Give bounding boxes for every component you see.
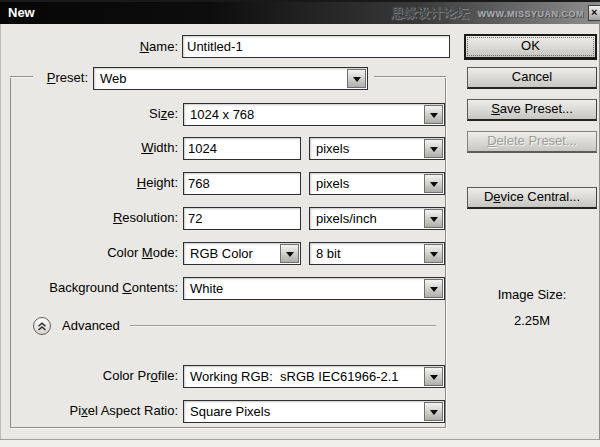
pixel-aspect-ratio-value: Square Pixels — [190, 401, 270, 422]
preset-value: Web — [100, 68, 127, 89]
watermark-chinese-text: 思缘设计论坛 — [391, 5, 469, 20]
pixel-aspect-ratio-dropdown[interactable]: Square Pixels — [183, 400, 445, 423]
close-icon[interactable]: × — [588, 5, 600, 21]
pixel-aspect-ratio-label: Pixel Aspect Ratio: — [0, 400, 178, 422]
bit-depth-value: 8 bit — [316, 243, 341, 264]
chevron-down-icon[interactable] — [424, 367, 443, 386]
advanced-label: Advanced — [62, 315, 120, 337]
background-contents-dropdown[interactable]: White — [183, 277, 445, 300]
watermark-url-text: WWW.MISSYUAN.COM — [478, 9, 585, 19]
color-mode-label: Color Mode: — [0, 242, 178, 264]
width-unit-value: pixels — [316, 138, 349, 159]
size-value: 1024 x 768 — [190, 104, 254, 125]
resolution-input[interactable] — [183, 207, 301, 230]
chevron-down-icon[interactable] — [424, 244, 443, 263]
chevron-down-icon[interactable] — [424, 209, 443, 228]
preset-label: Preset: — [0, 67, 88, 89]
double-chevron-up-icon — [34, 318, 50, 334]
cancel-button[interactable]: Cancel — [467, 67, 597, 89]
color-profile-dropdown[interactable]: Working RGB: sRGB IEC61966-2.1 — [183, 365, 445, 388]
bit-depth-dropdown[interactable]: 8 bit — [309, 242, 445, 265]
save-preset-button[interactable]: Save Preset... — [467, 99, 597, 121]
titlebar: New 思缘设计论坛 WWW.MISSYUAN.COM × — [0, 0, 600, 24]
image-size-value: 2.25M — [467, 311, 597, 331]
height-unit-value: pixels — [316, 173, 349, 194]
width-unit-dropdown[interactable]: pixels — [309, 137, 445, 160]
width-input[interactable] — [183, 137, 301, 160]
chevron-down-icon[interactable] — [347, 69, 366, 88]
advanced-divider — [130, 325, 436, 326]
new-document-dialog: New 思缘设计论坛 WWW.MISSYUAN.COM × Name: Pres… — [0, 0, 600, 447]
window-bottom-edge — [0, 439, 600, 447]
height-unit-dropdown[interactable]: pixels — [309, 172, 445, 195]
color-profile-value: Working RGB: sRGB IEC61966-2.1 — [190, 366, 399, 387]
dialog-title: New — [8, 2, 35, 24]
chevron-down-icon[interactable] — [424, 174, 443, 193]
chevron-down-icon[interactable] — [424, 139, 443, 158]
preset-dropdown[interactable]: Web — [93, 67, 368, 90]
name-input[interactable] — [182, 35, 450, 58]
resolution-unit-value: pixels/inch — [316, 208, 377, 229]
resolution-label: Resolution: — [0, 207, 178, 229]
color-mode-dropdown[interactable]: RGB Color — [183, 242, 301, 265]
chevron-down-icon[interactable] — [424, 105, 443, 124]
height-label: Height: — [0, 172, 178, 194]
ok-button[interactable]: OK — [464, 34, 597, 60]
groupbox-top-right-segment — [374, 76, 446, 77]
color-profile-label: Color Profile: — [0, 365, 178, 387]
chevron-down-icon[interactable] — [424, 402, 443, 421]
width-label: Width: — [0, 137, 178, 159]
delete-preset-button: Delete Preset... — [467, 131, 597, 153]
color-mode-value: RGB Color — [190, 243, 253, 264]
resolution-unit-dropdown[interactable]: pixels/inch — [309, 207, 445, 230]
name-label: Name: — [0, 36, 178, 58]
size-label: Size: — [0, 103, 178, 125]
watermark: 思缘设计论坛 WWW.MISSYUAN.COM — [391, 2, 584, 24]
height-input[interactable] — [183, 172, 301, 195]
background-contents-value: White — [190, 278, 223, 299]
advanced-collapse-toggle[interactable] — [33, 317, 51, 335]
image-size-label: Image Size: — [467, 285, 597, 305]
chevron-down-icon[interactable] — [424, 279, 443, 298]
size-dropdown[interactable]: 1024 x 768 — [183, 103, 445, 126]
device-central-button[interactable]: Device Central... — [467, 187, 597, 209]
background-contents-label: Background Contents: — [0, 277, 178, 299]
chevron-down-icon[interactable] — [280, 244, 299, 263]
